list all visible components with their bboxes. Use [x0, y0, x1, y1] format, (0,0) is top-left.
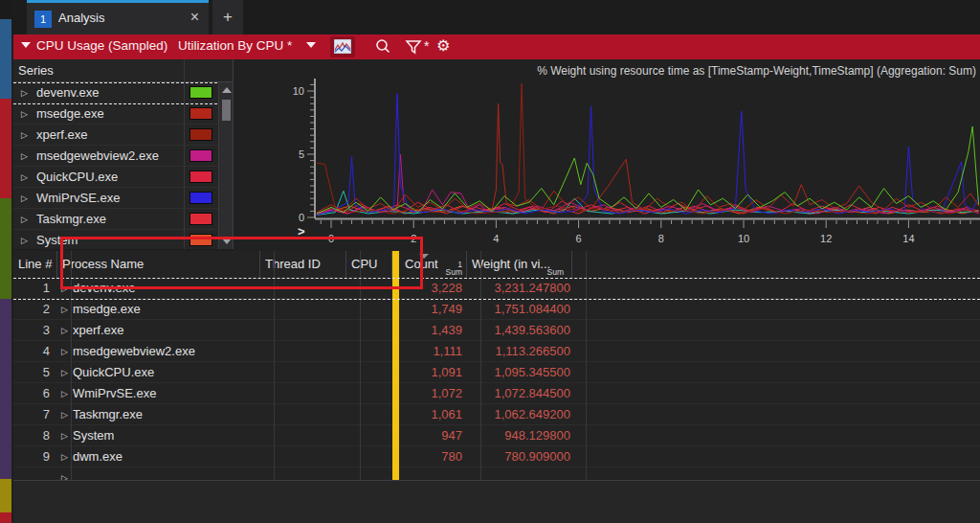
process-name-cell[interactable]: ▷QuickCPU.exe: [57, 362, 260, 382]
expander-icon[interactable]: ▷: [61, 383, 68, 403]
graph-rail-segment[interactable]: [0, 479, 11, 512]
column-header-count[interactable]: Count 1 Sum: [392, 251, 467, 278]
series-color-swatch[interactable]: [189, 234, 212, 246]
table-row-Taskmgr.exe[interactable]: 7▷Taskmgr.exe1,0611,062.649200: [13, 404, 980, 425]
column-header-cpu[interactable]: CPU: [346, 251, 392, 278]
weight-cell: 1,072.844500: [467, 383, 572, 403]
process-name-cell[interactable]: ▷devenv.exe: [57, 278, 260, 298]
series-color-swatch[interactable]: [189, 213, 212, 225]
column-divider[interactable]: [274, 251, 275, 480]
row-selection-dash-top: [13, 278, 980, 279]
preset-dropdown-icon[interactable]: [306, 42, 316, 48]
series-swatch-divider: [184, 59, 185, 249]
expander-icon[interactable]: ▷: [61, 320, 68, 340]
series-color-swatch[interactable]: [189, 107, 212, 120]
table-row-WmiPrvSE.exe[interactable]: 6▷WmiPrvSE.exe1,0721,072.844500: [13, 383, 980, 404]
series-scrollbar[interactable]: [218, 82, 233, 249]
expand-time-axis-icon[interactable]: >: [298, 224, 305, 239]
new-tab-button[interactable]: +: [212, 0, 243, 34]
series-row-WmiPrvSE.exe[interactable]: ▷WmiPrvSE.exe: [13, 188, 234, 209]
series-color-swatch[interactable]: [189, 192, 212, 204]
process-name-cell[interactable]: ▷dwm.exe: [57, 446, 260, 466]
series-row-msedge.exe[interactable]: ▷msedge.exe: [13, 103, 234, 125]
expander-icon[interactable]: ▷: [21, 146, 28, 167]
series-color-swatch[interactable]: [189, 149, 212, 162]
graphing-column-bar[interactable]: [392, 251, 399, 480]
column-divider[interactable]: [71, 251, 72, 480]
table-row-QuickCPU.exe[interactable]: 5▷QuickCPU.exe1,0911,095.345500: [13, 362, 980, 383]
expander-icon[interactable]: ▷: [61, 404, 68, 424]
table-row-devenv.exe[interactable]: 1▷devenv.exe3,2283,231.247800: [13, 278, 980, 299]
expander-icon[interactable]: ▷: [21, 103, 28, 125]
graph-rail-segment[interactable]: [0, 0, 11, 19]
column-divider[interactable]: [360, 251, 361, 480]
scroll-down-icon[interactable]: [222, 239, 232, 244]
weight-cell: 1,751.084400: [467, 299, 572, 319]
column-header-line[interactable]: Line #: [13, 251, 57, 278]
table-row[interactable]: ▷: [13, 467, 980, 481]
graph-rail-segment[interactable]: [0, 299, 11, 479]
series-name: msedge.exe: [36, 103, 104, 125]
search-icon[interactable]: [373, 37, 392, 60]
process-name-cell[interactable]: ▷: [57, 467, 260, 481]
series-row-QuickCPU.exe[interactable]: ▷QuickCPU.exe: [13, 167, 234, 188]
expander-icon[interactable]: ▷: [61, 341, 68, 361]
collapse-graph-icon[interactable]: [21, 42, 31, 48]
expander-icon[interactable]: ▷: [21, 167, 28, 188]
empty-cell: [572, 383, 980, 403]
process-name-cell[interactable]: ▷xperf.exe: [57, 320, 260, 340]
series-color-swatch[interactable]: [189, 171, 212, 183]
expander-icon[interactable]: ▷: [21, 82, 28, 103]
graph-rail-segment[interactable]: [0, 19, 11, 99]
series-color-swatch[interactable]: [189, 128, 212, 141]
expander-icon[interactable]: ▷: [21, 209, 28, 230]
series-row-System[interactable]: ▷System: [13, 230, 234, 249]
expander-icon[interactable]: ▷: [61, 362, 68, 382]
chart-plot-area[interactable]: 051002468101214: [234, 59, 980, 251]
column-header-process-name[interactable]: Process Name: [57, 251, 260, 278]
column-divider[interactable]: [480, 251, 481, 480]
series-row-Taskmgr.exe[interactable]: ▷Taskmgr.exe: [13, 209, 234, 230]
expander-icon[interactable]: ▷: [21, 230, 28, 249]
expander-icon[interactable]: ▷: [21, 125, 28, 146]
process-name-cell[interactable]: ▷WmiPrvSE.exe: [57, 383, 260, 403]
graph-rail-segment[interactable]: [0, 198, 11, 299]
expander-icon[interactable]: ▷: [61, 446, 68, 466]
process-name-cell[interactable]: ▷System: [57, 425, 260, 445]
graph-explorer-rail[interactable]: [0, 0, 11, 523]
tab-close-icon[interactable]: ×: [190, 9, 199, 26]
expander-icon[interactable]: ▷: [21, 188, 28, 209]
cpu-usage-chart[interactable]: % Weight using resource time as [TimeSta…: [234, 59, 980, 251]
series-row-devenv.exe[interactable]: ▷devenv.exe: [13, 82, 234, 103]
series-name: devenv.exe: [36, 82, 100, 103]
table-row-dwm.exe[interactable]: 9▷dwm.exe780780.909000: [13, 446, 980, 467]
column-divider[interactable]: [586, 251, 587, 480]
graph-title[interactable]: CPU Usage (Sampled): [36, 38, 167, 53]
series-column-header[interactable]: Series: [13, 59, 234, 82]
process-name-cell[interactable]: ▷msedge.exe: [57, 299, 260, 319]
settings-gear-icon[interactable]: ⚙: [436, 36, 450, 55]
filter-icon[interactable]: [404, 37, 423, 60]
process-name-cell[interactable]: ▷Taskmgr.exe: [57, 404, 260, 424]
scrollbar-thumb[interactable]: [222, 100, 231, 121]
tab-analysis[interactable]: 1 Analysis ×: [27, 0, 209, 34]
preset-selector[interactable]: Utilization By CPU *: [178, 38, 292, 53]
graph-rail-segment[interactable]: [0, 512, 11, 523]
series-row-xperf.exe[interactable]: ▷xperf.exe: [13, 125, 234, 146]
process-name-cell[interactable]: ▷msedgewebview2.exe: [57, 341, 260, 361]
table-row-msedgewebview2.exe[interactable]: 4▷msedgewebview2.exe1,1111,113.266500: [13, 341, 980, 362]
table-row-System[interactable]: 8▷System947948.129800: [13, 425, 980, 446]
table-row-msedge.exe[interactable]: 2▷msedge.exe1,7491,751.084400: [13, 299, 980, 320]
series-row-msedgewebview2.exe[interactable]: ▷msedgewebview2.exe: [13, 146, 234, 167]
graph-rail-segment[interactable]: [0, 99, 11, 198]
series-color-swatch[interactable]: [189, 86, 212, 99]
scroll-up-icon[interactable]: [222, 87, 232, 93]
expander-icon[interactable]: ▷: [61, 278, 68, 298]
column-header-weight[interactable]: Weight (in vi... Sum: [467, 251, 572, 278]
expander-icon[interactable]: ▷: [61, 299, 68, 319]
table-row-xperf.exe[interactable]: 3▷xperf.exe1,4391,439.563600: [13, 320, 980, 341]
expander-icon[interactable]: ▷: [61, 425, 68, 445]
series-list: ▷devenv.exe▷msedge.exe▷xperf.exe▷msedgew…: [13, 82, 234, 249]
graph-preview-icon[interactable]: [330, 36, 355, 57]
expander-icon[interactable]: ▷: [61, 467, 68, 481]
